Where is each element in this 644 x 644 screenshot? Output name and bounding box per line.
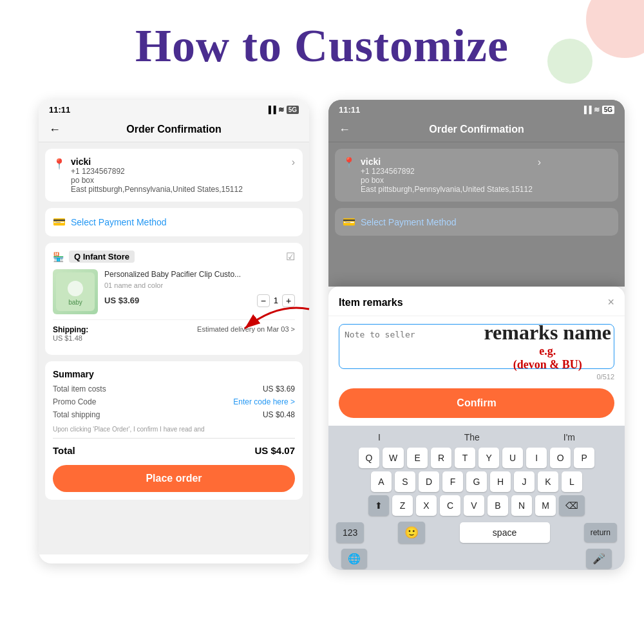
store-name: Q Infant Store	[69, 251, 135, 263]
key-z[interactable]: Z	[392, 495, 413, 516]
key-j[interactable]: J	[514, 471, 535, 492]
key-c[interactable]: C	[440, 495, 460, 516]
address-name: vicki	[71, 156, 243, 167]
store-icon: 🏪	[53, 252, 64, 262]
shift-key[interactable]: ⬆	[368, 495, 389, 516]
char-count: 0/512	[339, 373, 614, 381]
dark-top-section: 11:11 ▐▐ ≋ 5G ← Order Confirmation 📍 vic…	[328, 100, 625, 287]
left-payment-card[interactable]: 💳 Select Payment Method	[45, 208, 303, 236]
store-edit-icon[interactable]: ☑	[286, 251, 295, 263]
svg-text:baby: baby	[68, 299, 82, 306]
key-p[interactable]: P	[574, 448, 594, 468]
key-y[interactable]: Y	[478, 448, 499, 468]
summary-shipping-value: US $0.48	[263, 410, 295, 419]
keyboard-row-1: Q W E R T Y U I O P	[331, 448, 622, 468]
keyboard-bottom: 123 🙂 space return	[331, 519, 622, 546]
key-k[interactable]: K	[538, 471, 558, 492]
product-details: Personalized Baby Pacifier Clip Custo...…	[104, 269, 295, 307]
key-a[interactable]: A	[371, 471, 392, 492]
right-payment-card[interactable]: 💳 Select Payment Method	[335, 208, 618, 236]
summary-promo-value[interactable]: Enter code here >	[233, 397, 295, 406]
key-v[interactable]: V	[464, 495, 484, 516]
remarks-textarea[interactable]	[339, 324, 614, 369]
address-chevron-icon[interactable]: ›	[292, 156, 295, 168]
suggestion-i[interactable]: I	[378, 432, 381, 442]
product-variant: 01 name and color	[104, 281, 295, 289]
place-order-button[interactable]: Place order	[53, 465, 295, 492]
key-i[interactable]: I	[526, 448, 547, 468]
modal-close-button[interactable]: ×	[607, 296, 614, 309]
main-title: How to Customize	[0, 19, 644, 73]
delete-key[interactable]: ⌫	[559, 495, 585, 516]
summary-item-label: Total item costs	[53, 384, 106, 393]
total-label: Total	[53, 445, 75, 456]
key-h[interactable]: H	[490, 471, 511, 492]
location-icon: 📍	[53, 158, 66, 171]
summary-title: Summary	[53, 369, 295, 379]
left-summary-card: Summary Total item costs US $3.69 Promo …	[45, 361, 303, 500]
suggestion-the[interactable]: The	[464, 432, 480, 442]
keyboard-row-2: A S D F G H J K L	[331, 471, 622, 492]
modal-body: remarks name e.g. (devon & BU) 0/512	[328, 316, 625, 388]
confirm-button[interactable]: Confirm	[339, 388, 614, 418]
svg-point-1	[68, 281, 83, 296]
right-address-name: vicki	[361, 156, 533, 167]
right-payment-label: Select Payment Method	[361, 217, 457, 227]
left-status-icons: ▐▐ ≋ 5G	[266, 106, 299, 114]
payment-icon: 💳	[53, 216, 66, 229]
address-city: East pittsburgh,Pennsylvania,United Stat…	[71, 185, 243, 194]
space-key[interactable]: space	[460, 522, 550, 543]
return-key[interactable]: return	[584, 523, 617, 542]
key-m[interactable]: M	[535, 495, 556, 516]
key-o[interactable]: O	[550, 448, 571, 468]
left-screen-header: ← Order Confirmation	[39, 117, 309, 142]
key-d[interactable]: D	[419, 471, 439, 492]
key-t[interactable]: T	[455, 448, 475, 468]
key-w[interactable]: W	[383, 448, 404, 468]
summary-promo-label: Promo Code	[53, 397, 96, 406]
key-b[interactable]: B	[488, 495, 508, 516]
num-key[interactable]: 123	[336, 522, 364, 543]
left-status-bar: 11:11 ▐▐ ≋ 5G	[39, 100, 309, 117]
suggestion-im[interactable]: I'm	[564, 432, 575, 442]
key-f[interactable]: F	[442, 471, 463, 492]
key-u[interactable]: U	[502, 448, 523, 468]
key-r[interactable]: R	[431, 448, 451, 468]
emoji-key[interactable]: 🙂	[398, 522, 425, 544]
right-address-chevron-icon[interactable]: ›	[538, 156, 541, 168]
summary-promo-row[interactable]: Promo Code Enter code here >	[53, 397, 295, 406]
red-arrow	[238, 303, 316, 344]
key-l[interactable]: L	[562, 471, 582, 492]
summary-item-value: US $3.69	[263, 384, 295, 393]
key-s[interactable]: S	[395, 471, 415, 492]
right-address-phone: +1 1234567892	[361, 167, 533, 176]
address-street: po box	[71, 176, 243, 185]
summary-shipping-label: Total shipping	[53, 410, 100, 419]
key-x[interactable]: X	[416, 495, 437, 516]
summary-shipping-row: Total shipping US $0.48	[53, 410, 295, 419]
total-value: US $4.07	[254, 445, 295, 456]
left-screen-body: 📍 vicki +1 1234567892 po box East pittsb…	[39, 142, 309, 554]
right-screen-header: ← Order Confirmation	[328, 117, 625, 142]
shipping-cost: US $1.48	[53, 334, 88, 342]
right-address-street: po box	[361, 176, 533, 185]
keyboard-suggestions: I The I'm	[331, 430, 622, 448]
key-q[interactable]: Q	[359, 448, 379, 468]
phone-right: 11:11 ▐▐ ≋ 5G ← Order Confirmation 📍 vic…	[328, 100, 625, 570]
key-g[interactable]: G	[466, 471, 487, 492]
left-address-card: 📍 vicki +1 1234567892 po box East pittsb…	[45, 149, 303, 202]
key-n[interactable]: N	[511, 495, 532, 516]
payment-label: Select Payment Method	[71, 217, 167, 227]
right-back-arrow[interactable]: ←	[339, 123, 350, 137]
summary-items-row: Total item costs US $3.69	[53, 384, 295, 393]
left-back-arrow[interactable]: ←	[49, 123, 61, 137]
right-payment-icon: 💳	[343, 216, 355, 228]
mic-key[interactable]: 🎤	[586, 549, 612, 569]
globe-key[interactable]: 🌐	[341, 549, 367, 569]
right-status-bar: 11:11 ▐▐ ≋ 5G	[328, 100, 625, 117]
key-e[interactable]: E	[407, 448, 428, 468]
product-name: Personalized Baby Pacifier Clip Custo...	[104, 269, 295, 280]
right-address-card: 📍 vicki +1 1234567892 po box East pittsb…	[335, 149, 618, 202]
shipping-label: Shipping:	[53, 325, 88, 334]
right-address-city: East pittsburgh,Pennsylvania,United Stat…	[361, 185, 533, 194]
